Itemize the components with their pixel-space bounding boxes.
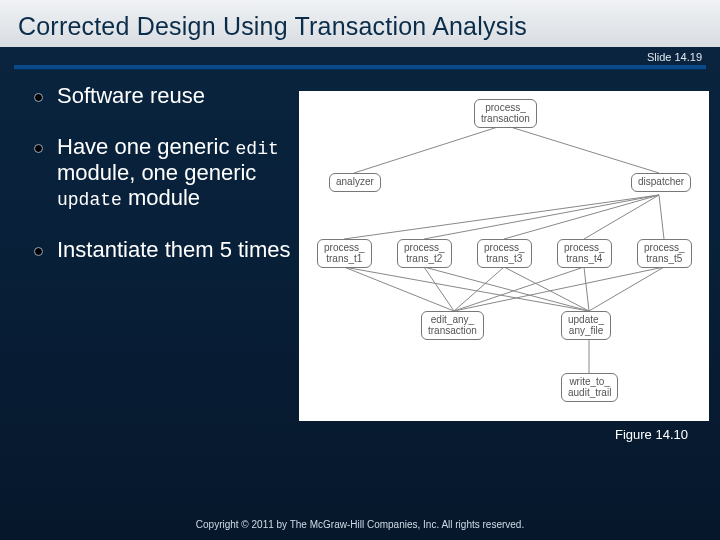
node-analyzer: analyzer [329,173,381,192]
svg-line-4 [504,195,659,239]
svg-line-2 [344,195,659,239]
node-edit-any-transaction: edit_any_ transaction [421,311,484,340]
svg-line-9 [454,267,504,311]
node-dispatcher: dispatcher [631,173,691,192]
node-process-transaction: process_ transaction [474,99,537,128]
node-process-trans-t4: process_ trans_t4 [557,239,612,268]
node-write-to-audit-trail: write_to_ audit_trail [561,373,618,402]
bullet-text: Software reuse [57,83,205,108]
bullet-item-2: Have one generic edit module, one generi… [34,134,293,211]
text-run: module, one generic [57,160,256,185]
bullet-item-3: Instantiate them 5 times [34,237,293,262]
figure-caption: Figure 14.10 [299,421,710,442]
svg-line-12 [344,267,589,311]
svg-line-0 [354,125,504,173]
diagram-panel: process_ transaction analyzer dispatcher… [299,83,710,442]
node-process-trans-t3: process_ trans_t3 [477,239,532,268]
svg-line-6 [659,195,664,239]
svg-line-14 [504,267,589,311]
bullet-icon [34,144,43,153]
svg-line-16 [589,267,664,311]
code-run: edit [236,139,279,159]
page-title: Corrected Design Using Transaction Analy… [18,12,702,41]
transaction-diagram: process_ transaction analyzer dispatcher… [299,91,709,421]
svg-line-15 [584,267,589,311]
content-area: Software reuse Have one generic edit mod… [0,77,720,442]
bullet-icon [34,93,43,102]
node-update-any-file: update_ any_file [561,311,611,340]
node-process-trans-t1: process_ trans_t1 [317,239,372,268]
bullet-icon [34,247,43,256]
slide-number: Slide 14.19 [0,47,720,63]
bullet-text: Have one generic edit module, one generi… [57,134,293,211]
node-process-trans-t2: process_ trans_t2 [397,239,452,268]
header-rule [14,65,706,69]
text-run: module [122,185,200,210]
bullet-list: Software reuse Have one generic edit mod… [34,83,299,442]
copyright-footer: Copyright © 2011 by The McGraw-Hill Comp… [0,519,720,530]
bullet-text: Instantiate them 5 times [57,237,291,262]
bullet-item-1: Software reuse [34,83,293,108]
text-run: Have one generic [57,134,236,159]
svg-line-11 [454,267,664,311]
svg-line-1 [504,125,659,173]
title-bar: Corrected Design Using Transaction Analy… [0,0,720,47]
code-run: update [57,190,122,210]
svg-line-3 [424,195,659,239]
node-process-trans-t5: process_ trans_t5 [637,239,692,268]
svg-line-7 [344,267,454,311]
